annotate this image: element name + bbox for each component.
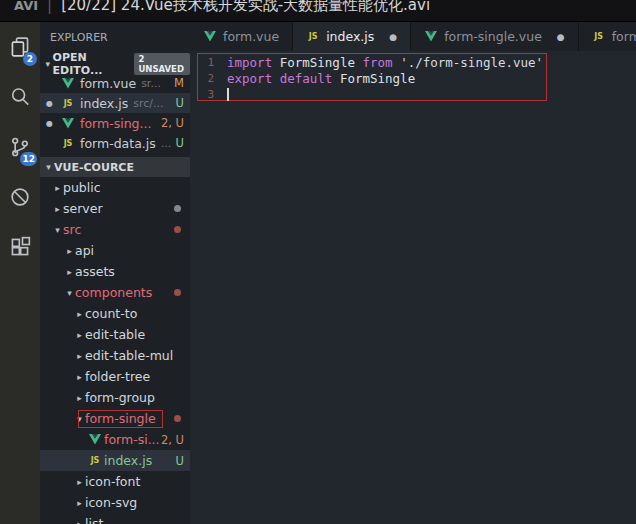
chevron-right-icon: ▸ bbox=[74, 498, 85, 508]
vue-icon bbox=[61, 78, 75, 89]
chevron-right-icon: ▸ bbox=[52, 204, 63, 214]
line-number: 2 bbox=[190, 71, 214, 87]
file-tree: ▸public▸server▾src▸api▸assets▾components… bbox=[40, 177, 190, 524]
open-editor-form-datajs[interactable]: JSform-data.js...U bbox=[40, 133, 190, 153]
tree-item-indexjs[interactable]: JSindex.jsU bbox=[40, 450, 190, 471]
code-editor[interactable]: 1import FormSingle from './form-single.v… bbox=[190, 51, 636, 524]
tree-item-label: api bbox=[75, 243, 94, 258]
text-cursor bbox=[227, 88, 229, 101]
chevron-right-icon: ▸ bbox=[74, 372, 85, 382]
modified-dot-icon bbox=[174, 226, 181, 233]
tab-form-[interactable]: JSform- bbox=[579, 22, 636, 51]
chevron-right-icon: ▸ bbox=[74, 477, 85, 487]
chevron-down-icon: ▾ bbox=[43, 162, 54, 172]
activity-badge: 12 bbox=[20, 152, 37, 166]
tab-indexjs[interactable]: JSindex.js● bbox=[293, 22, 411, 51]
tree-item-label: icon-svg bbox=[85, 495, 137, 510]
tab-formvue[interactable]: form.vue bbox=[190, 22, 293, 51]
video-title-bar: AVI|[20/22] 24.Vue技术栈开发实战-大数据量性能优化.avi bbox=[0, 0, 636, 22]
dirty-dot-icon[interactable]: ● bbox=[557, 32, 565, 42]
activity-badge: 2 bbox=[23, 52, 37, 66]
js-icon: JS bbox=[306, 32, 320, 41]
tree-item-assets[interactable]: ▸assets bbox=[40, 261, 190, 282]
chevron-down-icon: ▾ bbox=[52, 225, 63, 235]
tree-item-server[interactable]: ▸server bbox=[40, 198, 190, 219]
tree-item-src[interactable]: ▾src bbox=[40, 219, 190, 240]
modified-dot-icon bbox=[174, 289, 181, 296]
tree-item-label: assets bbox=[75, 264, 115, 279]
dirty-dot-icon: ● bbox=[46, 119, 53, 128]
tree-item-public[interactable]: ▸public bbox=[40, 177, 190, 198]
activity-item-extensions[interactable] bbox=[0, 222, 40, 272]
search-icon bbox=[9, 86, 31, 108]
tree-item-label: form-si... bbox=[104, 432, 160, 447]
tree-item-api[interactable]: ▸api bbox=[40, 240, 190, 261]
js-icon: JS bbox=[91, 456, 100, 465]
chevron-right-icon: ▸ bbox=[74, 519, 85, 524]
dirty-dot-icon: ● bbox=[46, 99, 53, 108]
code-line-2[interactable]: 2export default FormSingle bbox=[190, 71, 636, 87]
tree-item-form-si[interactable]: form-si...2, U bbox=[40, 429, 190, 450]
tree-item-label: server bbox=[63, 201, 103, 216]
tree-item-components[interactable]: ▾components bbox=[40, 282, 190, 303]
line-content: import FormSingle from './form-single.vu… bbox=[214, 55, 543, 71]
tree-item-label: edit-table bbox=[85, 327, 145, 342]
tab-label: form-single.vue bbox=[444, 29, 542, 44]
git-status-badge: U bbox=[176, 136, 184, 150]
modified-dot-icon bbox=[174, 205, 181, 212]
debug-disabled-icon bbox=[9, 186, 31, 208]
git-status-badge: U bbox=[176, 454, 184, 468]
js-icon: JS bbox=[309, 32, 318, 41]
chevron-right-icon: ▸ bbox=[74, 309, 85, 319]
vue-icon bbox=[425, 31, 437, 42]
workspace-header[interactable]: ▾ VUE-COURCE bbox=[40, 157, 190, 177]
tree-item-edit-table[interactable]: ▸edit-table bbox=[40, 324, 190, 345]
open-editor-form-sing[interactable]: ●form-sing...2, U bbox=[40, 113, 190, 133]
tree-item-folder-tree[interactable]: ▸folder-tree bbox=[40, 366, 190, 387]
vue-icon bbox=[203, 31, 217, 42]
vue-icon bbox=[89, 434, 101, 445]
tab-label: form.vue bbox=[223, 29, 279, 44]
tree-item-list[interactable]: ▸list bbox=[40, 513, 190, 524]
tree-item-count-to[interactable]: ▸count-to bbox=[40, 303, 190, 324]
activity-item-debug-disabled[interactable] bbox=[0, 172, 40, 222]
tab-label: form- bbox=[612, 29, 636, 44]
tree-item-edit-table-mul[interactable]: ▸edit-table-mul bbox=[40, 345, 190, 366]
vue-icon bbox=[61, 118, 75, 129]
tree-item-label: count-to bbox=[85, 306, 137, 321]
tree-item-label: edit-table-mul bbox=[85, 348, 173, 363]
chevron-right-icon: ▸ bbox=[74, 351, 85, 361]
code-line-1[interactable]: 1import FormSingle from './form-single.v… bbox=[190, 55, 636, 71]
code-lines: 1import FormSingle from './form-single.v… bbox=[190, 55, 636, 103]
code-line-3[interactable]: 3 bbox=[190, 87, 636, 103]
video-title: [20/22] 24.Vue技术栈开发实战-大数据量性能优化.avi bbox=[61, 0, 430, 14]
open-editor-formvue[interactable]: form.vuesr...M bbox=[40, 73, 190, 93]
dirty-dot-icon[interactable]: ● bbox=[389, 32, 397, 42]
file-path: src/... bbox=[133, 97, 163, 110]
vscode-window: AVI|[20/22] 24.Vue技术栈开发实战-大数据量性能优化.avi 2… bbox=[0, 0, 636, 524]
tab-form-singlevue[interactable]: form-single.vue● bbox=[411, 22, 579, 51]
file-path: sr... bbox=[141, 77, 161, 90]
open-editors-header[interactable]: ▾ OPEN EDITO... 2 UNSAVED bbox=[40, 54, 190, 73]
tree-item-form-single[interactable]: ▾form-single bbox=[40, 408, 190, 429]
tree-item-icon-svg[interactable]: ▸icon-svg bbox=[40, 492, 190, 513]
chevron-down-icon: ▾ bbox=[43, 59, 53, 69]
vue-icon bbox=[62, 78, 74, 89]
video-format-label: AVI bbox=[14, 0, 38, 13]
tree-item-icon-font[interactable]: ▸icon-font bbox=[40, 471, 190, 492]
tab-bar: form.vueJSindex.js●form-single.vue●JSfor… bbox=[190, 22, 636, 51]
file-name: form.vue bbox=[80, 76, 136, 91]
open-editor-indexjs[interactable]: ●JSindex.jssrc/...U bbox=[40, 93, 190, 113]
activity-item-explorer[interactable]: 2 bbox=[0, 22, 40, 72]
activity-item-source-control[interactable]: 12 bbox=[0, 122, 40, 172]
tree-item-label: form-group bbox=[85, 390, 155, 405]
chevron-right-icon: ▸ bbox=[64, 267, 75, 277]
line-number: 1 bbox=[190, 55, 214, 71]
tree-item-form-group[interactable]: ▸form-group bbox=[40, 387, 190, 408]
js-icon: JS bbox=[594, 32, 603, 41]
activity-item-search[interactable] bbox=[0, 72, 40, 122]
tree-item-label: public bbox=[63, 180, 101, 195]
js-icon: JS bbox=[64, 139, 73, 148]
line-content: export default FormSingle bbox=[214, 71, 415, 87]
line-content bbox=[214, 87, 227, 103]
